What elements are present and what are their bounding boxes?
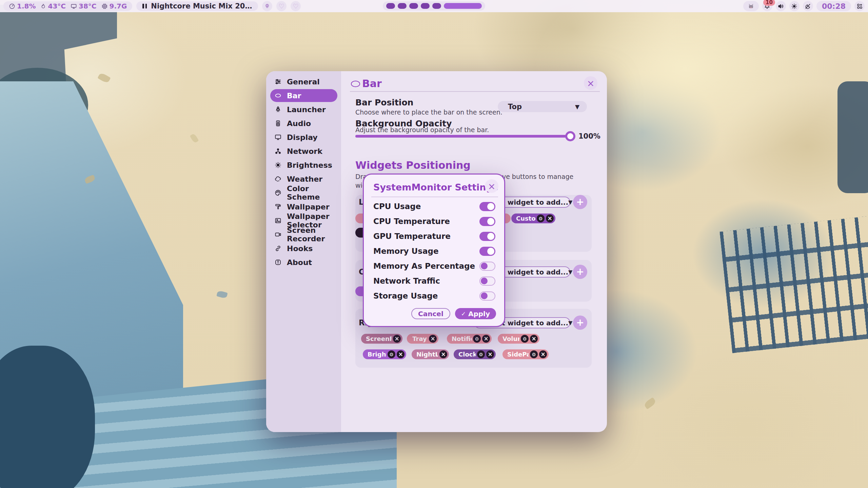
workspaces-widget[interactable] [383, 1, 485, 11]
skull-button[interactable] [262, 1, 272, 11]
heart-button-1[interactable]: ♡ [276, 1, 287, 11]
sidebar-item-brightness[interactable]: Brightness [270, 159, 337, 171]
workspace-active-pill[interactable] [444, 3, 482, 9]
sidebar-label: About [287, 258, 312, 267]
window-close-button[interactable]: × [584, 76, 597, 90]
gear-icon[interactable]: ⚙ [530, 350, 538, 358]
sidebar-item-weather[interactable]: Weather [270, 172, 337, 185]
notifications-button[interactable]: 10 [762, 1, 772, 11]
cpu-usage-toggle[interactable] [479, 202, 495, 211]
network-traffic-toggle[interactable] [479, 277, 495, 286]
heart-icon: ♡ [293, 3, 299, 9]
widget-chip-tray[interactable]: Tray × [407, 334, 438, 344]
volume-button[interactable] [776, 1, 786, 11]
gear-icon[interactable]: ⚙ [521, 335, 529, 343]
sidebar-item-hooks[interactable]: Hooks [270, 242, 337, 255]
pause-icon [142, 4, 147, 8]
sidebar-item-general[interactable]: General [270, 75, 337, 88]
widget-chip-clock[interactable]: Clock ⚙ × [454, 349, 496, 359]
memory-usage-toggle[interactable] [479, 247, 495, 256]
toggle-label: Network Traffic [373, 277, 440, 285]
media-title: Nightcore Music Mix 20… [151, 2, 252, 10]
gpu-temperature-toggle[interactable] [479, 232, 495, 241]
sidebar-item-wallpaper-selector[interactable]: Wallpaper Selector [270, 214, 337, 227]
toggle-row-network-traffic: Network Traffic [373, 275, 495, 287]
sidebar-item-wallpaper[interactable]: Wallpaper [270, 200, 337, 213]
gear-icon[interactable]: ⚙ [388, 350, 395, 358]
widgets-positioning-title: Widgets Positioning [355, 159, 471, 171]
remove-icon[interactable]: × [486, 350, 494, 358]
gear-icon[interactable]: ⚙ [477, 350, 485, 358]
brightness-button[interactable] [789, 1, 800, 11]
sidebar-item-color-scheme[interactable]: Color Scheme [270, 186, 337, 199]
header-divider [350, 91, 600, 92]
chip-label: CustomButt… [516, 215, 535, 222]
widget-chip-notifications[interactable]: Notification… ⚙ × [447, 334, 492, 344]
workspace-dot-2[interactable] [398, 3, 407, 9]
sidebar-item-about[interactable]: About [270, 256, 337, 269]
clipped-chip[interactable] [355, 214, 363, 223]
remove-icon[interactable]: × [439, 350, 447, 358]
background-opacity-slider-thumb[interactable] [565, 131, 575, 141]
chip-label: NightLight [416, 351, 438, 358]
left-add-widget-button[interactable]: + [573, 195, 587, 209]
sidebar-item-screen-recorder[interactable]: Screen Recorder [270, 228, 337, 241]
right-add-widget-button[interactable]: + [573, 316, 587, 330]
media-player-widget[interactable]: Nightcore Music Mix 20… [136, 1, 258, 11]
clipped-chip[interactable] [355, 228, 363, 238]
tray-app-button[interactable] [743, 1, 759, 11]
bar-position-dropdown[interactable]: Top ▼ [498, 101, 587, 112]
sidebar-item-bar[interactable]: Bar [270, 89, 337, 102]
background-opacity-slider[interactable] [355, 135, 570, 138]
remove-icon[interactable]: × [546, 215, 554, 222]
clipped-chip[interactable] [505, 214, 511, 223]
system-stats-widget[interactable]: 1.8% 43°C 38°C [3, 1, 132, 11]
sidebar-label: Audio [287, 119, 311, 128]
remove-icon[interactable]: × [530, 335, 538, 343]
sidebar-item-audio[interactable]: Audio [270, 117, 337, 130]
cpu-temp-stat: 43°C [40, 2, 66, 10]
remove-icon[interactable]: × [429, 335, 437, 343]
workspace-dot-1[interactable] [386, 3, 395, 9]
sidebar-item-network[interactable]: Network [270, 145, 337, 158]
cpu-usage-value: 1.8% [17, 2, 36, 10]
clipped-chip[interactable] [355, 286, 363, 296]
widget-chip-volume[interactable]: Volume ⚙ × [498, 334, 539, 344]
workspace-dot-3[interactable] [409, 3, 418, 9]
remove-icon[interactable]: × [482, 335, 490, 343]
night-light-button[interactable] [803, 1, 813, 11]
cpu-temperature-toggle[interactable] [479, 217, 495, 226]
workspace-dot-4[interactable] [421, 3, 430, 9]
modal-close-button[interactable]: × [485, 179, 498, 193]
remove-icon[interactable]: × [393, 335, 401, 343]
widget-chip-sidepaneltoggle[interactable]: SidePanelT… ⚙ × [502, 349, 549, 359]
sidebar-item-display[interactable]: Display [270, 131, 337, 144]
gear-icon[interactable]: ⚙ [537, 215, 545, 222]
rocket-icon [274, 106, 282, 113]
dashboard-button[interactable] [854, 1, 865, 11]
gear-icon[interactable]: ⚙ [473, 335, 481, 343]
video-camera-icon [274, 231, 282, 238]
clock-widget[interactable]: 00:28 [816, 1, 851, 11]
sun-icon [274, 161, 282, 169]
storage-usage-toggle[interactable] [479, 291, 495, 301]
widget-chip-screenrecorder[interactable]: ScreenReco… × [361, 334, 402, 344]
cancel-button[interactable]: Cancel [411, 308, 450, 319]
widget-chip-nightlight[interactable]: NightLight × [412, 349, 449, 359]
widget-chip-brightness[interactable]: Brightness ⚙ × [363, 349, 406, 359]
remove-icon[interactable]: × [539, 350, 547, 358]
apply-button[interactable]: ✓ Apply [455, 308, 496, 319]
toggle-label: Memory As Percentage [373, 262, 475, 270]
widget-chip-custombuttons[interactable]: CustomButt… ⚙ × [511, 214, 555, 223]
center-add-widget-button[interactable]: + [573, 265, 587, 279]
sidebar-label: Color Scheme [287, 184, 333, 201]
sidebar-item-launcher[interactable]: Launcher [270, 103, 337, 116]
toggle-label: CPU Temperature [373, 217, 450, 226]
remove-icon[interactable]: × [397, 350, 405, 358]
workspace-dot-5[interactable] [432, 3, 441, 9]
check-icon: ✓ [461, 310, 466, 317]
sidebar-label: Launcher [287, 105, 326, 114]
memory-as-percentage-toggle[interactable] [479, 262, 495, 271]
heart-button-2[interactable]: ♡ [291, 1, 301, 11]
gpu-temp-value: 38°C [79, 2, 97, 10]
